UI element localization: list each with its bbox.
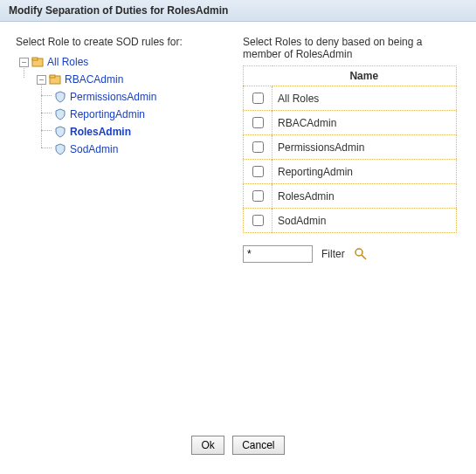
svg-rect-3 bbox=[50, 75, 55, 78]
tree-collapse-icon[interactable]: – bbox=[19, 58, 29, 67]
table-row: ReportingAdmin bbox=[244, 160, 457, 184]
deny-role-name: PermissionsAdmin bbox=[272, 135, 457, 160]
svg-rect-1 bbox=[32, 58, 38, 60]
table-row: RBACAdmin bbox=[244, 111, 457, 135]
tree-node-rolesadmin[interactable]: RolesAdmin bbox=[70, 126, 131, 138]
svg-point-4 bbox=[355, 249, 362, 256]
deny-role-name: All Roles bbox=[272, 86, 457, 111]
deny-roles-table: Name All Roles RBACAdmin PermissionsAdmi… bbox=[243, 65, 457, 233]
search-icon[interactable] bbox=[354, 247, 368, 261]
table-row: RolesAdmin bbox=[244, 184, 457, 209]
ok-button[interactable]: Ok bbox=[191, 436, 224, 455]
tree-node-permissionsadmin[interactable]: PermissionsAdmin bbox=[70, 91, 156, 103]
table-row: PermissionsAdmin bbox=[244, 135, 457, 160]
deny-checkbox[interactable] bbox=[252, 93, 264, 104]
left-label: Select Role to create SOD rules for: bbox=[16, 36, 234, 48]
deny-checkbox[interactable] bbox=[252, 190, 264, 202]
filter-label: Filter bbox=[321, 248, 345, 260]
deny-role-name: RBACAdmin bbox=[272, 111, 457, 135]
dialog-title: Modify Separation of Duties for RolesAdm… bbox=[0, 0, 476, 22]
deny-checkbox[interactable] bbox=[252, 215, 264, 226]
table-row: SodAdmin bbox=[244, 209, 457, 233]
tree-node-rbacadmin[interactable]: RBACAdmin bbox=[65, 73, 123, 86]
dialog-buttons: Ok Cancel bbox=[0, 427, 476, 474]
deny-role-name: ReportingAdmin bbox=[272, 160, 457, 184]
table-row: All Roles bbox=[244, 86, 457, 111]
shield-icon bbox=[54, 143, 66, 155]
tree-node-sodadmin[interactable]: SodAdmin bbox=[70, 143, 118, 155]
column-header-checkbox bbox=[244, 66, 272, 86]
cancel-button[interactable]: Cancel bbox=[232, 436, 284, 455]
shield-icon bbox=[54, 126, 66, 138]
deny-checkbox[interactable] bbox=[252, 166, 264, 177]
deny-checkbox[interactable] bbox=[252, 117, 264, 128]
tree-node-reportingadmin[interactable]: ReportingAdmin bbox=[70, 108, 145, 120]
shield-icon bbox=[54, 91, 66, 103]
role-tree: – All Roles – RBACAdmin PermissionsAdmin bbox=[16, 53, 234, 158]
shield-icon bbox=[54, 108, 66, 120]
folder-icon bbox=[49, 73, 61, 86]
deny-role-name: SodAdmin bbox=[272, 209, 457, 233]
filter-input[interactable] bbox=[243, 245, 313, 263]
tree-collapse-icon[interactable]: – bbox=[37, 75, 46, 85]
deny-role-name: RolesAdmin bbox=[272, 184, 457, 209]
right-label: Select Roles to deny based on being a me… bbox=[243, 36, 457, 60]
svg-line-5 bbox=[362, 255, 366, 259]
deny-checkbox[interactable] bbox=[252, 141, 264, 153]
column-header-name: Name bbox=[272, 66, 457, 86]
folder-icon bbox=[31, 56, 44, 68]
tree-node-all-roles[interactable]: All Roles bbox=[47, 56, 88, 68]
